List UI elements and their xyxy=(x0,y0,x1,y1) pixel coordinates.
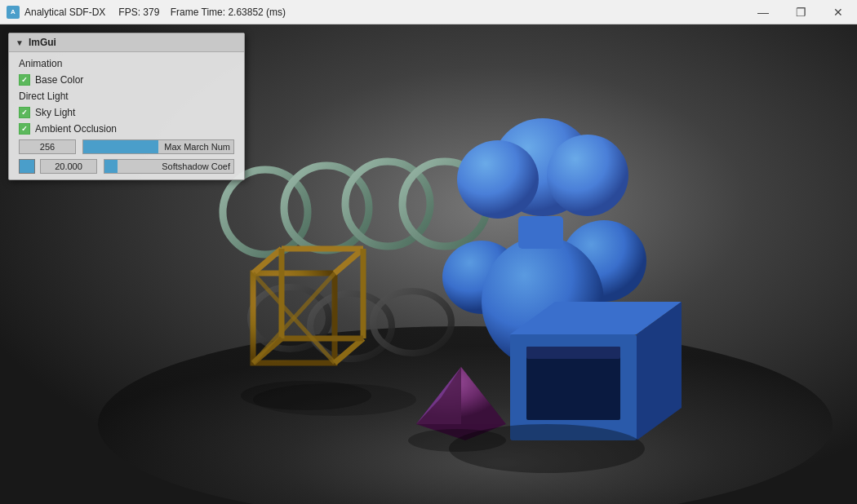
imgui-row-direct-light[interactable]: Direct Light xyxy=(9,88,244,104)
softshadow-coef-slider[interactable]: Softshadow Coef xyxy=(104,159,234,174)
animation-label: Animation xyxy=(19,58,62,69)
imgui-title: ImGui xyxy=(29,37,56,48)
imgui-row-softshadow-coef: 20.000 Softshadow Coef xyxy=(9,157,244,176)
base-color-checkbox[interactable] xyxy=(19,74,30,86)
imgui-panel: ▼ ImGui Animation Base Color Direct Ligh… xyxy=(8,33,245,180)
max-march-num-slider[interactable]: Max March Num xyxy=(82,139,234,154)
svg-rect-26 xyxy=(518,216,563,249)
svg-point-39 xyxy=(241,381,371,410)
minimize-button[interactable]: — xyxy=(744,0,782,24)
imgui-row-sky-light[interactable]: Sky Light xyxy=(9,104,244,121)
imgui-header[interactable]: ▼ ImGui xyxy=(9,33,244,52)
fps-counter: FPS: 379 Frame Time: 2.63852 (ms) xyxy=(118,7,286,18)
titlebar: A Analytical SDF-DX FPS: 379 Frame Time:… xyxy=(0,0,857,24)
svg-rect-31 xyxy=(526,347,620,359)
imgui-row-ambient-occlusion[interactable]: Ambient Occlusion xyxy=(9,121,244,137)
imgui-row-base-color[interactable]: Base Color xyxy=(9,72,244,88)
svg-point-40 xyxy=(408,429,506,452)
max-march-num-value[interactable]: 256 xyxy=(19,139,76,154)
direct-light-label: Direct Light xyxy=(19,91,69,102)
imgui-collapse-icon[interactable]: ▼ xyxy=(16,38,24,47)
imgui-row-max-march-num: 256 Max March Num xyxy=(9,137,244,157)
svg-point-25 xyxy=(547,135,628,216)
sky-light-label: Sky Light xyxy=(35,107,75,118)
imgui-body: Animation Base Color Direct Light Sky Li… xyxy=(9,52,244,179)
maximize-button[interactable]: ❐ xyxy=(782,0,819,24)
ambient-occlusion-checkbox[interactable] xyxy=(19,123,30,135)
window-controls: — ❐ ✕ xyxy=(744,0,857,24)
ambient-occlusion-label: Ambient Occlusion xyxy=(35,123,117,135)
close-button[interactable]: ✕ xyxy=(819,0,857,24)
softshadow-color-swatch[interactable] xyxy=(19,159,35,174)
sky-light-checkbox[interactable] xyxy=(19,107,30,118)
softshadow-coef-value[interactable]: 20.000 xyxy=(40,159,97,174)
base-color-label: Base Color xyxy=(35,74,83,86)
svg-point-24 xyxy=(457,140,539,219)
softshadow-coef-label: Softshadow Coef xyxy=(162,161,230,171)
main-content: ▼ ImGui Animation Base Color Direct Ligh… xyxy=(0,24,857,504)
app-icon: A xyxy=(7,6,20,19)
max-march-num-label: Max March Num xyxy=(164,142,230,152)
imgui-row-animation[interactable]: Animation xyxy=(9,55,244,72)
app-title: Analytical SDF-DX xyxy=(24,7,105,18)
